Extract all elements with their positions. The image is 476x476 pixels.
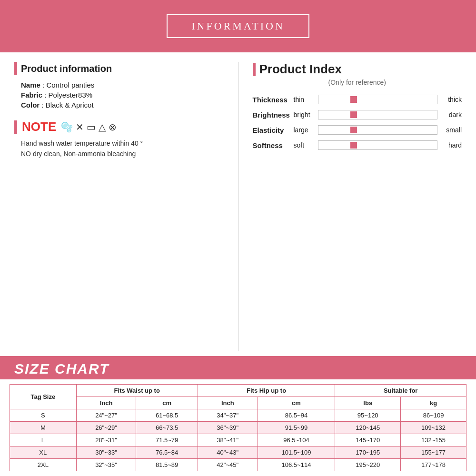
header-title: INFORMATION: [191, 20, 285, 32]
product-index-subnote: (Only for reference): [253, 79, 462, 86]
header-box: INFORMATION: [167, 14, 309, 38]
index-marker-3: [350, 142, 357, 149]
th-hip-inch: Inch: [198, 397, 258, 409]
index-marker-2: [350, 127, 357, 133]
index-left-3: soft: [294, 141, 315, 149]
index-right-0: thick: [440, 96, 462, 103]
table-row: L 28"~31" 71.5~79 38"~41" 96.5~104 145~1…: [10, 434, 466, 446]
dry-clean-icon: △: [99, 121, 106, 133]
cell-lbs: 145~170: [335, 434, 401, 446]
size-table-wrapper: Tag Size Fits Waist up to Fits Hip up to…: [0, 379, 476, 476]
index-row-0: Thickness thin thick: [253, 95, 462, 104]
color-value: Black & Apricot: [46, 101, 94, 109]
cell-hip-cm: 86.5~94: [258, 409, 335, 422]
left-column: Product information Name : Control panti…: [14, 62, 224, 351]
fabric-colon: :: [44, 91, 48, 99]
th-waist-group: Fits Waist up to: [76, 385, 198, 397]
iron-icon: ▭: [87, 121, 96, 133]
fabric-value: Polyester83%: [49, 91, 93, 99]
product-color-row: Color : Black & Apricot: [21, 101, 224, 109]
name-label: Name: [21, 81, 40, 89]
index-marker-0: [350, 96, 357, 103]
cell-size: 2XL: [10, 459, 77, 471]
cell-waist-inch: 28"~31": [76, 434, 136, 446]
th-hip-cm: cm: [258, 397, 335, 409]
table-row: M 26"~29" 66~73.5 36"~39" 91.5~99 120~14…: [10, 422, 466, 434]
note-header: NOTE 🫧 ✕ ▭ △ ⊗: [14, 119, 224, 134]
index-bar-0: [318, 95, 438, 104]
index-pink-bar: [253, 63, 256, 76]
cell-hip-inch: 38"~41": [198, 434, 258, 446]
note-section: NOTE 🫧 ✕ ▭ △ ⊗ Hand wash: [14, 119, 224, 159]
cell-lbs: 95~120: [335, 409, 401, 422]
note-line1: Hand wash water temperature within 40 °: [21, 138, 224, 149]
cell-size: L: [10, 434, 77, 446]
main-content: Product information Name : Control panti…: [0, 52, 476, 356]
fabric-label: Fabric: [21, 91, 42, 99]
index-row-3: Softness soft hard: [253, 140, 462, 150]
header-section: INFORMATION: [0, 0, 476, 52]
no-bleach-icon: ⊗: [109, 121, 117, 133]
index-bar-3: [318, 140, 438, 150]
note-text: Hand wash water temperature within 40 ° …: [21, 138, 224, 159]
product-index-title-text: Product Index: [259, 62, 342, 77]
note-label: NOTE: [22, 119, 56, 134]
index-label-2: Elasticity: [253, 126, 291, 134]
th-tag-size: Tag Size: [10, 385, 77, 409]
cell-hip-cm: 96.5~104: [258, 434, 335, 446]
color-colon: :: [41, 101, 45, 109]
cell-kg: 177~178: [401, 459, 466, 471]
index-left-0: thin: [294, 96, 315, 103]
cell-hip-inch: 42"~45": [198, 459, 258, 471]
size-chart-header: SIZE CHART: [0, 356, 476, 379]
index-bar-2: [318, 125, 438, 135]
cell-waist-inch: 24"~27": [76, 409, 136, 422]
cell-waist-inch: 26"~29": [76, 422, 136, 434]
cell-hip-cm: 106.5~114: [258, 459, 335, 471]
cell-hip-cm: 101.5~109: [258, 446, 335, 459]
cell-lbs: 170~195: [335, 446, 401, 459]
cell-kg: 155~177: [401, 446, 466, 459]
index-bar-1: [318, 110, 438, 119]
index-right-3: hard: [440, 141, 462, 149]
size-chart-title: SIZE CHART: [14, 361, 462, 377]
pink-accent-bar: [14, 62, 17, 75]
cell-waist-cm: 81.5~89: [136, 459, 198, 471]
cell-kg: 132~155: [401, 434, 466, 446]
product-info-title: Product information: [21, 63, 112, 74]
color-label: Color: [21, 101, 40, 109]
index-left-2: large: [294, 126, 315, 134]
note-line2: NO dry clean, Non-ammonia bleaching: [21, 149, 224, 159]
cell-waist-inch: 30"~33": [76, 446, 136, 459]
index-left-1: bright: [294, 111, 315, 119]
cell-lbs: 195~220: [335, 459, 401, 471]
cell-kg: 109~132: [401, 422, 466, 434]
cell-hip-inch: 40"~43": [198, 446, 258, 459]
size-table: Tag Size Fits Waist up to Fits Hip up to…: [10, 384, 466, 471]
right-column: Product Index (Only for reference) Thick…: [253, 62, 462, 351]
th-waist-cm: cm: [136, 397, 198, 409]
index-row-2: Elasticity large small: [253, 125, 462, 135]
cell-waist-cm: 61~68.5: [136, 409, 198, 422]
index-label-1: Brightness: [253, 111, 291, 119]
cell-size: XL: [10, 446, 77, 459]
note-pink-bar: [14, 120, 17, 134]
th-hip-group: Fits Hip up to: [198, 385, 335, 397]
no-wash-icon: ✕: [76, 121, 84, 133]
cell-size: M: [10, 422, 77, 434]
handwash-icon: 🫧: [61, 121, 73, 133]
index-row-1: Brightness bright dark: [253, 110, 462, 119]
cell-lbs: 120~145: [335, 422, 401, 434]
table-row: XL 30"~33" 76.5~84 40"~43" 101.5~109 170…: [10, 446, 466, 459]
table-row: S 24"~27" 61~68.5 34"~37" 86.5~94 95~120…: [10, 409, 466, 422]
cell-waist-cm: 66~73.5: [136, 422, 198, 434]
cell-hip-inch: 34"~37": [198, 409, 258, 422]
table-sub-header-row: Inch cm Inch cm lbs kg: [10, 397, 466, 409]
vertical-divider: [238, 62, 238, 351]
size-table-body: S 24"~27" 61~68.5 34"~37" 86.5~94 95~120…: [10, 409, 466, 471]
th-waist-inch: Inch: [76, 397, 136, 409]
cell-kg: 86~109: [401, 409, 466, 422]
index-right-1: dark: [440, 111, 462, 119]
product-info-header: Product information: [14, 62, 224, 75]
product-name-row: Name : Control panties: [21, 81, 224, 89]
